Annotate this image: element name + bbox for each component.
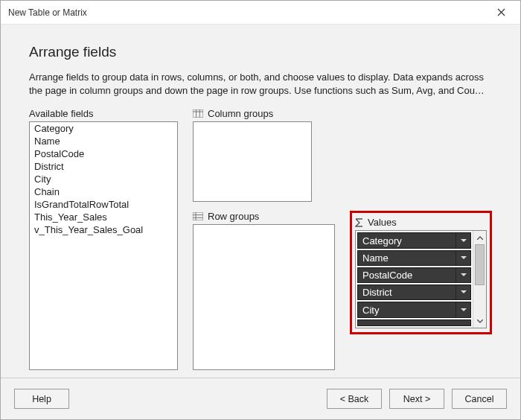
value-item-label: PostalCode [358,270,456,281]
footer: Help < Back Next > Cancel [1,378,520,419]
next-button[interactable]: Next > [389,389,444,409]
value-item-label: City [358,305,456,316]
values-section: Values Category Name [350,211,492,370]
value-item-dropdown[interactable] [456,251,470,265]
list-item[interactable]: Name [30,135,177,147]
list-item[interactable]: Category [30,122,177,135]
row-groups-label: Row groups [193,211,335,222]
caret-down-icon [461,239,467,243]
column-groups-label: Column groups [193,108,273,119]
value-item[interactable]: PostalCode [357,267,471,283]
values-label: Values [355,217,487,228]
caret-down-icon [461,308,467,312]
list-item[interactable]: Chain [30,185,177,198]
fields-layout: Available fields Category Name PostalCod… [23,108,498,370]
dialog-window: New Table or Matrix Arrange fields Arran… [0,0,521,420]
close-icon [497,8,505,16]
sigma-icon [355,218,363,227]
column-groups-icon [193,109,203,118]
chevron-down-icon [477,319,483,323]
page-description: Arrange fields to group data in rows, co… [29,71,492,98]
row-groups-text: Row groups [208,211,259,222]
scroll-up-button[interactable] [473,231,486,244]
values-items: Category Name PostalCode [356,231,473,328]
scroll-down-button[interactable] [473,314,486,328]
list-item[interactable]: City [30,173,177,185]
value-item[interactable] [357,319,471,327]
cancel-button[interactable]: Cancel [452,389,507,409]
values-text: Values [368,217,397,228]
value-item-dropdown[interactable] [456,285,470,299]
value-item-label: Name [358,252,456,264]
row-groups-listbox[interactable] [193,224,335,370]
caret-down-icon [461,290,467,294]
svg-rect-0 [193,109,203,118]
close-button[interactable] [488,2,514,23]
value-item[interactable]: City [357,302,471,317]
column-groups-section: Column groups [193,108,492,202]
value-item-label: Category [358,235,456,246]
values-highlight: Values Category Name [350,211,492,334]
value-item[interactable]: District [357,284,471,300]
available-fields-label: Available fields [29,108,178,119]
available-fields-listbox[interactable]: Category Name PostalCode District City C… [29,121,178,370]
help-button[interactable]: Help [14,389,69,409]
list-item[interactable]: v_This_Year_Sales_Goal [30,223,177,236]
titlebar: New Table or Matrix [1,1,520,25]
value-item[interactable]: Category [357,232,471,248]
caret-down-icon [461,256,467,260]
caret-down-icon [461,273,467,277]
row-groups-section: Row groups [193,211,335,370]
scroll-track[interactable] [473,244,486,314]
column-groups-listbox[interactable] [193,121,312,202]
scroll-thumb[interactable] [475,244,485,285]
svg-rect-4 [193,212,203,220]
right-column: Column groups Row groups [193,108,492,370]
back-button[interactable]: < Back [327,389,382,409]
chevron-up-icon [477,236,483,240]
list-item[interactable]: IsGrandTotalRowTotal [30,198,177,211]
row-groups-icon [193,212,203,220]
list-item[interactable]: District [30,160,177,173]
value-item-label: District [358,287,456,298]
window-title: New Table or Matrix [8,7,87,18]
column-groups-text: Column groups [208,108,273,119]
value-item[interactable]: Name [357,250,471,266]
value-item-dropdown[interactable] [456,268,470,282]
list-item[interactable]: PostalCode [30,147,177,160]
values-scrollbar[interactable] [473,231,486,328]
page-title: Arrange fields [29,44,492,60]
values-listbox[interactable]: Category Name PostalCode [355,230,487,328]
value-item-dropdown[interactable] [456,233,470,247]
available-fields-section: Available fields Category Name PostalCod… [29,108,178,370]
list-item[interactable]: This_Year_Sales [30,211,177,223]
lower-row: Row groups Values [193,211,492,370]
content-area: Arrange fields Arrange fields to group d… [1,25,520,378]
value-item-dropdown[interactable] [456,302,470,316]
